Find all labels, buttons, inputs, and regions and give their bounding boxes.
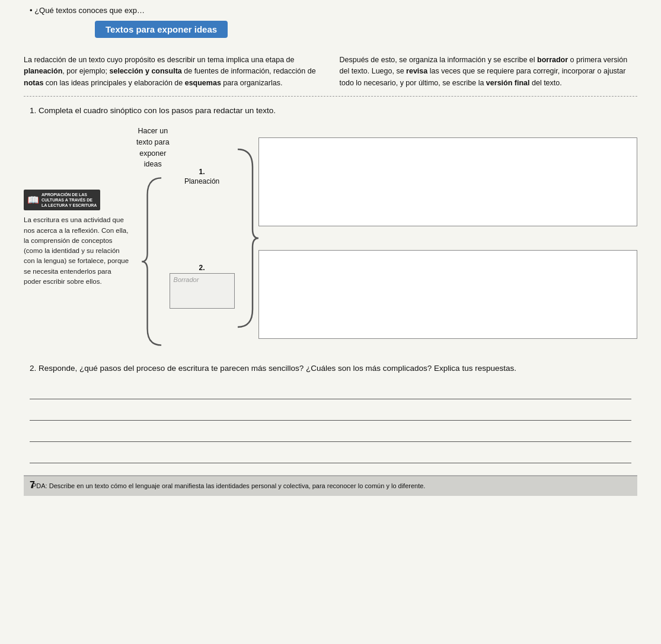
answer-line-1[interactable] xyxy=(30,383,631,399)
footer-pda: PDA: Describe en un texto cómo el lengua… xyxy=(24,475,637,496)
book-icon: 📖 xyxy=(27,194,39,206)
question-1: 1. Completa el cuadro sinóptico con los … xyxy=(30,106,637,115)
item1-label: Planeación xyxy=(184,177,219,185)
right-answer-col xyxy=(258,132,637,345)
center-brace-group: Hacer un texto para exponer ideas xyxy=(136,126,170,351)
answer-line-3[interactable] xyxy=(30,425,631,442)
item2-placeholder: Borrador xyxy=(170,274,234,286)
section-header: Textos para exponer ideas xyxy=(95,21,228,38)
icon-badge: 📖 APROPIACIÓN DE LASCULTURAS A TRAVÉS DE… xyxy=(24,190,100,210)
top-bullet: • ¿Qué textos conoces que exp… xyxy=(30,6,637,15)
desc-left: La redacción de un texto cuyo propósito … xyxy=(24,55,322,89)
page-number: 7 xyxy=(30,478,35,492)
description-area: La redacción de un texto cuyo propósito … xyxy=(24,55,637,97)
right-brace-group xyxy=(235,132,258,345)
center-label-2: texto para xyxy=(136,138,170,146)
item-2: 2. Borrador xyxy=(170,264,235,309)
item1-number: 1. xyxy=(199,168,205,176)
pda-text: PDA: Describe en un texto cómo el lengua… xyxy=(32,482,425,489)
question-2: 2. Responde, ¿qué pasos del proceso de e… xyxy=(30,363,637,374)
item-1: 1. Planeación xyxy=(170,168,235,185)
answer-line-2[interactable] xyxy=(30,404,631,421)
left-brace-svg xyxy=(138,172,168,351)
diagram-wrapper: 📖 APROPIACIÓN DE LASCULTURAS A TRAVÉS DE… xyxy=(24,126,637,351)
item2-number: 2. xyxy=(199,264,205,272)
center-label-3: exponer xyxy=(139,149,166,158)
center-label-1: Hacer un xyxy=(138,127,168,135)
center-label-4: ideas xyxy=(144,160,162,168)
answer-box-2[interactable] xyxy=(258,250,637,339)
items-col: 1. Planeación 2. Borrador xyxy=(170,132,235,345)
answer-lines xyxy=(30,383,631,463)
page: • ¿Qué textos conoces que exp… Textos pa… xyxy=(0,0,661,644)
left-panel: 📖 APROPIACIÓN DE LASCULTURAS A TRAVÉS DE… xyxy=(24,190,136,287)
left-paragraph: La escritura es una actividad que nos ac… xyxy=(24,215,130,287)
answer-line-4[interactable] xyxy=(30,447,631,463)
badge-text: APROPIACIÓN DE LASCULTURAS A TRAVÉS DELA… xyxy=(41,192,97,208)
answer-box-1[interactable] xyxy=(258,137,637,226)
desc-right: Después de esto, se organiza la informac… xyxy=(340,55,638,89)
item2-box[interactable]: Borrador xyxy=(170,273,235,309)
right-brace-svg xyxy=(235,143,258,333)
